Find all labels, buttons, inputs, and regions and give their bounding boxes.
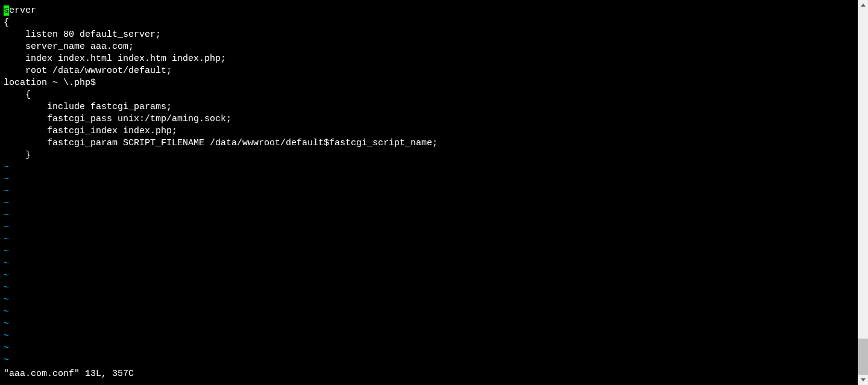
code-line-3: listen 80 default_server; <box>4 29 854 41</box>
empty-line-tilde: ~ <box>4 222 854 234</box>
empty-line-tilde: ~ <box>4 186 854 198</box>
status-line: "aaa.com.conf" 13L, 357C <box>4 368 134 380</box>
empty-line-tilde: ~ <box>4 354 854 366</box>
terminal-editor[interactable]: server { listen 80 default_server; serve… <box>0 0 858 385</box>
empty-line-tilde: ~ <box>4 258 854 270</box>
scrollbar-down-arrow[interactable] <box>858 375 868 385</box>
empty-line-tilde: ~ <box>4 318 854 330</box>
code-line-2: { <box>4 17 854 29</box>
scrollbar-track[interactable] <box>858 10 868 375</box>
chevron-down-icon <box>861 378 866 381</box>
code-line-11: fastcgi_index index.php; <box>4 125 854 137</box>
empty-line-tilde: ~ <box>4 161 854 174</box>
scrollbar[interactable] <box>858 0 868 385</box>
code-line-9: include fastcgi_params; <box>4 101 854 113</box>
code-line-12: fastcgi_param SCRIPT_FILENAME /data/wwwr… <box>4 137 854 149</box>
empty-line-tilde: ~ <box>4 282 854 294</box>
code-line-4: server_name aaa.com; <box>4 41 854 53</box>
editor-content: server { listen 80 default_server; serve… <box>4 5 854 366</box>
empty-line-tilde: ~ <box>4 330 854 342</box>
empty-line-tilde: ~ <box>4 234 854 246</box>
empty-line-tilde: ~ <box>4 198 854 210</box>
chevron-up-icon <box>861 4 866 7</box>
empty-line-tilde: ~ <box>4 174 854 186</box>
code-line-8: { <box>4 89 854 101</box>
empty-line-tilde: ~ <box>4 246 854 258</box>
empty-line-tilde: ~ <box>4 210 854 222</box>
scrollbar-thumb[interactable] <box>858 339 868 375</box>
empty-lines-container: ~~~~~~~~~~~~~~~~~ <box>4 161 854 366</box>
empty-line-tilde: ~ <box>4 270 854 282</box>
scrollbar-up-arrow[interactable] <box>858 0 868 10</box>
cursor: s <box>4 5 9 16</box>
code-line-1: server <box>4 5 854 17</box>
code-line-6: root /data/wwwroot/default; <box>4 65 854 77</box>
code-line-13: } <box>4 149 854 161</box>
code-line-10: fastcgi_pass unix:/tmp/aming.sock; <box>4 113 854 125</box>
code-line-7: location ~ \.php$ <box>4 77 854 89</box>
empty-line-tilde: ~ <box>4 294 854 306</box>
empty-line-tilde: ~ <box>4 306 854 318</box>
code-line-5: index index.html index.htm index.php; <box>4 53 854 65</box>
empty-line-tilde: ~ <box>4 342 854 354</box>
